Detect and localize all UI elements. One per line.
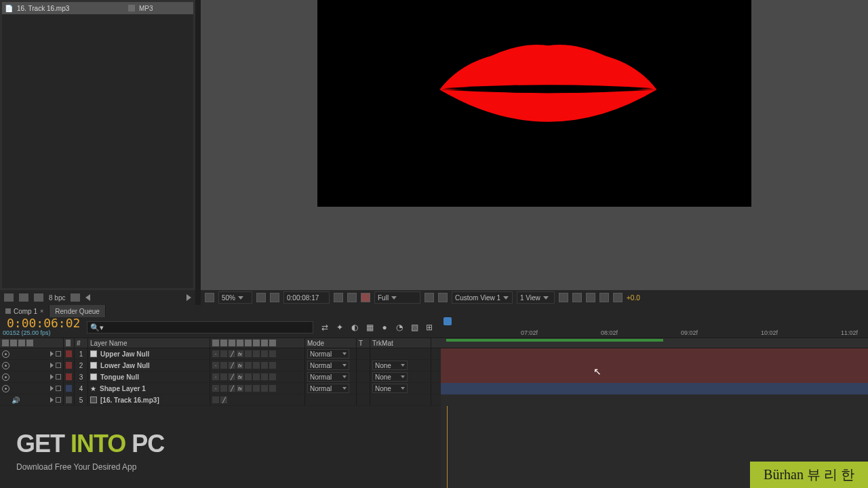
mode-dropdown[interactable]: Normal [307,349,349,359]
resolution-dropdown[interactable]: Full [374,291,420,304]
trash-icon[interactable] [71,293,80,302]
trkmat-dropdown[interactable]: None [372,384,408,393]
layer-row[interactable]: 2Lower Jaw Null·╱fxNormalNone [0,360,441,371]
label-swatch[interactable] [66,385,72,392]
shape-icon: ★ [90,385,96,392]
expand-toggle[interactable] [50,386,54,391]
audio-col-icon[interactable] [10,340,17,346]
frame-blend-icon[interactable]: ◐ [350,323,359,332]
ruler-tick: 08:02f [601,329,618,336]
timeline-header-left: 0:00:06:02 00152 (25.00 fps) 🔍▾ ⇄ ✦ ◐ ▦ … [0,317,441,338]
auto-keyframe-icon[interactable]: ◔ [395,323,404,332]
layer-row[interactable]: 4★Shape Layer 1·╱fxNormalNone [0,383,441,394]
mask-icon[interactable] [205,293,214,302]
layer-number: 5 [75,394,88,405]
audio-file-icon [90,396,97,403]
visibility-toggle[interactable] [2,373,9,381]
next-icon[interactable] [186,294,191,301]
mode-dropdown[interactable]: Normal [307,384,349,393]
track-bar[interactable] [441,348,868,360]
label-swatch[interactable] [66,396,72,403]
lips-graphic [433,35,663,144]
layer-number: 2 [75,360,88,371]
track-bar[interactable] [441,360,868,371]
num-col: # [75,338,88,348]
comp-icon[interactable] [34,293,43,302]
red-channel-icon[interactable] [361,293,370,302]
pixel-aspect-icon[interactable] [559,293,568,302]
expand-toggle[interactable] [50,363,54,368]
search-input[interactable]: 🔍▾ [87,321,313,333]
expand-toggle[interactable] [50,397,54,403]
close-icon[interactable]: × [40,308,43,314]
exposure-value[interactable]: +0.0 [627,294,640,302]
eye-col-icon[interactable] [2,340,9,346]
roi-icon[interactable] [425,293,434,302]
shy-toggle[interactable] [56,363,61,368]
label-swatch[interactable] [66,362,72,369]
mode-dropdown[interactable]: Normal [307,372,349,382]
motion-blur-icon[interactable]: ▦ [365,323,374,332]
stop-icon [128,5,135,12]
shy-toggle[interactable] [56,386,61,391]
layer-row[interactable]: 1Upper Jaw Null·╱fxNormal [0,348,441,360]
search-icon: 🔍▾ [90,323,104,332]
speaker-icon[interactable]: 🔊 [12,396,20,404]
timeline-column-headers: # Layer Name Mode T TrkMat [0,338,868,348]
composition-viewport[interactable] [317,0,751,207]
current-timecode[interactable]: 0:00:06:02 [7,317,80,329]
timeline-icon[interactable] [586,293,595,302]
label-col-icon[interactable] [66,340,71,346]
shy-toggle[interactable] [56,397,61,403]
expand-toggle[interactable] [50,374,54,380]
bpc-label[interactable]: 8 bpc [49,294,65,302]
shy-toggle[interactable] [56,351,61,357]
ruler-tick: 11:02f [841,329,858,336]
shy-toggle[interactable] [56,374,61,380]
interpret-icon[interactable] [4,293,14,302]
transparency-icon[interactable] [438,293,448,302]
graph-editor-icon[interactable]: ▧ [410,323,419,332]
channel-icon[interactable] [347,293,357,302]
layer-row[interactable]: 🔊5[16. Track 16.mp3]╱ [0,394,441,406]
project-item[interactable]: 📄 16. Track 16.mp3 MP3 [2,2,193,14]
file-icon: 📄 [5,5,13,12]
comp-mini-flow-icon[interactable]: ⇄ [320,323,330,332]
trkmat-dropdown[interactable]: None [372,372,408,382]
preview-time[interactable]: 0:00:08:17 [283,291,330,304]
project-list[interactable]: 📄 16. Track 16.mp3 MP3 [2,2,193,288]
expand-toggle[interactable] [50,351,54,357]
lock-col-icon[interactable] [26,340,33,346]
visibility-toggle[interactable] [2,362,9,369]
brainstorm-icon[interactable]: ● [380,323,389,332]
grid-icon[interactable] [256,293,266,302]
mode-dropdown[interactable]: Normal [307,361,349,370]
visibility-toggle[interactable] [2,350,9,358]
track-bar[interactable] [441,383,868,394]
scrollbar[interactable] [195,0,201,305]
trkmat-dropdown[interactable]: None [372,361,408,370]
track-bar[interactable] [441,394,868,406]
fast-preview-icon[interactable] [572,293,582,302]
views-dropdown[interactable]: 1 View [517,291,555,304]
reset-exposure-icon[interactable] [613,293,623,302]
flowchart-icon[interactable] [599,293,609,302]
folder-icon[interactable] [19,293,28,302]
view-mode-dropdown[interactable]: Custom View 1 [452,291,513,304]
solo-col-icon[interactable] [18,340,25,346]
layer-row[interactable]: 3Tongue Null·╱fxNormalNone [0,371,441,383]
work-area-bar[interactable] [446,339,663,342]
zoom-dropdown[interactable]: 50% [218,291,252,304]
draft3d-icon[interactable]: ✦ [335,323,344,332]
frame-info: 00152 (25.00 fps) [3,329,80,336]
snapshot-icon[interactable] [334,293,343,302]
label-swatch[interactable] [66,373,72,380]
composition-panel: 50% 0:00:08:17 Full Custom View 1 1 View… [201,0,868,305]
prev-icon[interactable] [85,294,90,301]
snap-icon[interactable]: ⊞ [425,323,434,332]
time-ruler[interactable]: 07:02f 08:02f 09:02f 10:02f 11:02f [441,317,868,338]
label-swatch[interactable] [66,350,72,357]
visibility-toggle[interactable] [2,385,9,392]
track-bar[interactable] [441,371,868,383]
guides-icon[interactable] [270,293,279,302]
